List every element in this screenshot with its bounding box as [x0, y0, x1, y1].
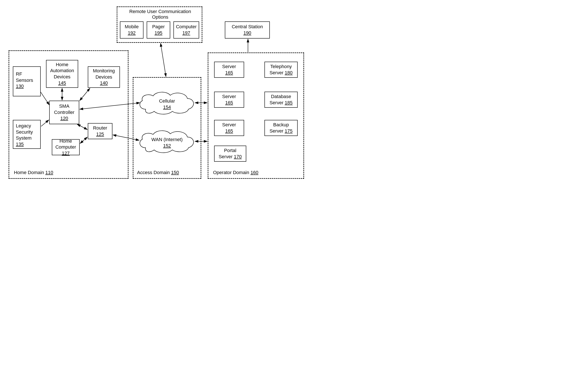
- backup-num: 175: [285, 128, 293, 134]
- db-l1: Database: [271, 94, 291, 100]
- server3-num: 165: [225, 128, 233, 134]
- sma-num: 120: [60, 116, 68, 122]
- leg-l2: Security: [14, 129, 33, 135]
- cell-label: Cellular: [159, 98, 175, 104]
- server2-label: Server: [222, 94, 236, 100]
- leg-l3: System: [14, 135, 32, 141]
- mon-num: 140: [100, 80, 108, 86]
- home-computer-box: Home Computer 127: [52, 139, 80, 155]
- wan-cloud: WAN (Internet) 152: [137, 128, 197, 154]
- sma-l2: Controller: [54, 109, 74, 116]
- pager-box: Pager 195: [147, 21, 170, 39]
- svg-line-8: [161, 43, 166, 77]
- sma-l1: SMA: [59, 103, 69, 109]
- portal-num: 170: [234, 154, 242, 159]
- pager-num: 195: [155, 30, 163, 36]
- mobile-num: 192: [128, 30, 136, 36]
- wan-num: 152: [163, 143, 171, 148]
- mobile-box: Mobile 192: [120, 21, 144, 39]
- mobile-label: Mobile: [125, 24, 139, 30]
- tel-num: 180: [285, 70, 293, 75]
- rf-sensors-box: RFSensors 130: [13, 66, 41, 96]
- portal-l1: Portal: [224, 148, 236, 154]
- legacy-security-box: Legacy Security System 135: [13, 120, 41, 149]
- hcomp-l2: Computer: [55, 144, 76, 150]
- had-num: 145: [58, 80, 66, 86]
- portal-server-box: Portal Server 170: [214, 146, 246, 162]
- central-num: 190: [243, 30, 251, 36]
- backup-l1: Backup: [273, 122, 289, 128]
- remote-title: Remote User Communication Options: [128, 9, 192, 20]
- db-num: 185: [285, 100, 293, 105]
- server1-label: Server: [222, 63, 236, 70]
- mon-l2: Devices: [95, 74, 112, 80]
- central-station-box: Central Station 190: [225, 21, 270, 39]
- hcomp-l1: Home: [60, 138, 72, 144]
- computer-box: Computer 197: [173, 21, 199, 39]
- central-label: Central Station: [232, 24, 263, 30]
- router-box: Router 125: [88, 123, 112, 139]
- had-l3: Devices: [54, 74, 71, 80]
- router-label: Router: [93, 125, 107, 131]
- wan-label: WAN (Internet): [151, 137, 183, 142]
- had-l1: Home: [56, 62, 69, 68]
- pager-label: Pager: [152, 24, 165, 30]
- access-domain-label: Access Domain 150: [137, 170, 179, 175]
- database-server-box: Database Server 185: [264, 92, 298, 108]
- backup-server-box: Backup Server 175: [264, 120, 298, 136]
- router-num: 125: [96, 131, 104, 137]
- leg-num: 135: [14, 141, 24, 148]
- home-automation-box: Home Automation Devices 145: [46, 60, 78, 88]
- cell-num: 154: [163, 105, 171, 110]
- rf-label: RFSensors: [14, 71, 33, 83]
- leg-l1: Legacy: [14, 123, 31, 129]
- server1-num: 165: [225, 70, 233, 76]
- sma-controller-box: SMA Controller 120: [49, 101, 79, 124]
- monitoring-devices-box: Monitoring Devices 140: [88, 66, 120, 88]
- home-domain-label: Home Domain 110: [14, 170, 53, 175]
- hcomp-num: 127: [62, 150, 70, 157]
- diagram-canvas: Remote User Communication Options Mobile…: [4, 4, 308, 182]
- cellular-cloud: Cellular 154: [137, 90, 197, 116]
- had-l2: Automation: [50, 68, 74, 74]
- rf-num: 130: [14, 83, 24, 89]
- telephony-server-box: Telephony Server 180: [264, 62, 298, 78]
- mon-l1: Monitoring: [93, 68, 115, 74]
- server3-label: Server: [222, 122, 236, 128]
- server2-num: 165: [225, 100, 233, 106]
- computer-label: Computer: [176, 24, 197, 30]
- computer-num: 197: [182, 30, 190, 36]
- server-3-box: Server 165: [214, 120, 244, 136]
- server-1-box: Server 165: [214, 62, 244, 78]
- server-2-box: Server 165: [214, 92, 244, 108]
- tel-l1: Telephony: [270, 63, 292, 70]
- operator-domain-label: Operator Domain 160: [213, 170, 258, 175]
